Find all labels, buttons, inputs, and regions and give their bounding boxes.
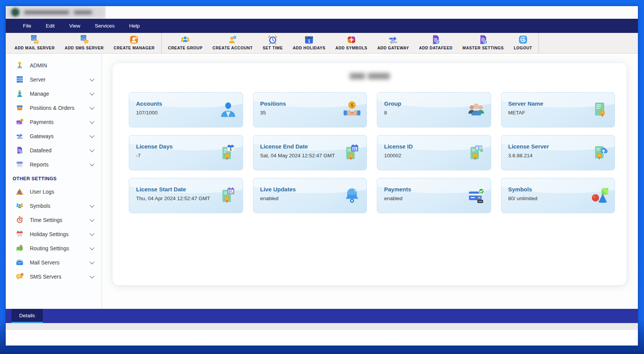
toolbar-button-label: MASTER SETTINGS <box>462 46 504 50</box>
toolbar-button-label: ADD DATAFEED <box>419 46 453 50</box>
toolbar-button-add-symbols[interactable]: ADD SYMBOLS <box>331 33 373 53</box>
toolbar-button-create-group[interactable]: CREATE GROUP <box>163 33 208 53</box>
toolbar-divider <box>539 33 539 53</box>
chevron-down-icon <box>90 245 95 250</box>
master-settings-icon <box>478 34 488 45</box>
window-title-bar <box>6 6 638 19</box>
toolbar-button-set-time[interactable]: SET TIME <box>258 33 288 53</box>
toolbar-button-add-datafeed[interactable]: ADD DATAFEED <box>414 33 457 53</box>
chevron-down-icon <box>90 147 95 152</box>
sms-server-icon <box>79 34 89 45</box>
menu-item-services[interactable]: Services <box>88 19 122 33</box>
toolbar-button-logout[interactable]: LOGOUT <box>509 33 537 53</box>
toolbar-button-label: ADD HOLIDAYS <box>293 46 326 50</box>
card-license-id: License ID100002 <box>377 135 491 170</box>
sidebar-item-payments[interactable]: $Payments <box>6 115 102 129</box>
sidebar-section-header: OTHER SETTINGS <box>6 171 102 184</box>
sidebar-item-label: Symbols <box>30 203 90 209</box>
set-time-icon <box>268 34 278 45</box>
account-user-icon <box>219 101 237 119</box>
add-holidays-icon: 1 <box>304 34 314 45</box>
mail-servers-icon <box>16 258 24 266</box>
chevron-down-icon <box>90 105 95 110</box>
cards-grid: Accounts107/1000Positions35$Group8Server… <box>113 81 626 213</box>
svg-text:$: $ <box>351 103 354 108</box>
menu-item-file[interactable]: File <box>16 19 39 33</box>
menu-item-help[interactable]: Help <box>122 19 147 33</box>
certificate-upload-icon <box>591 144 609 162</box>
credit-card-check-icon <box>467 186 485 205</box>
main-area: Accounts107/1000Positions35$Group8Server… <box>102 54 638 309</box>
toolbar-button-label: CREATE GROUP <box>168 46 203 50</box>
gateways-icon: $ <box>16 132 24 140</box>
chevron-down-icon <box>90 133 95 138</box>
content-row: ADMINServerManagePositions & Orders$Paym… <box>6 54 638 309</box>
tab-details[interactable]: Details <box>11 309 43 323</box>
sidebar-item-routing-settings[interactable]: Routing Settings <box>6 241 102 255</box>
dashboard-panel: Accounts107/1000Positions35$Group8Server… <box>113 63 626 285</box>
create-manager-icon <box>129 34 139 45</box>
certificate-calendar-check-icon <box>219 186 237 205</box>
sidebar-item-mail-servers[interactable]: Mail Servers <box>6 255 102 269</box>
sidebar-item-label: Positions & Orders <box>30 105 90 111</box>
sidebar-item-manage[interactable]: Manage <box>6 86 102 101</box>
toolbar-button-add-mail-server[interactable]: ADD MAIL SERVER <box>10 33 60 53</box>
routing-settings-icon <box>16 244 24 252</box>
sidebar-item-sms-servers[interactable]: 9SMS Servers <box>6 269 102 284</box>
sidebar-item-label: SMS Servers <box>30 274 90 280</box>
sidebar-item-label: Holiday Settings <box>30 231 90 237</box>
sidebar-item-admin[interactable]: ADMIN <box>6 58 102 72</box>
sidebar-item-label: Time Settings <box>30 217 90 223</box>
redacted-page-title <box>113 72 626 81</box>
app-logo-icon <box>11 8 19 16</box>
user-logs-icon: $ <box>16 188 24 196</box>
card-license-days: License Days-71 <box>129 135 243 170</box>
sidebar-item-user-logs[interactable]: $User Logs <box>6 184 102 199</box>
menu-item-view[interactable]: View <box>62 19 88 33</box>
sidebar-item-time-settings[interactable]: Time Settings <box>6 213 102 227</box>
sidebar-item-datafeed[interactable]: Datafeed <box>6 143 102 157</box>
svg-text:1: 1 <box>308 39 310 43</box>
sidebar-item-label: Routing Settings <box>30 245 90 251</box>
manage-icon <box>16 90 24 98</box>
redacted-window-title <box>6 6 106 19</box>
sidebar-item-server[interactable]: Server <box>6 72 102 86</box>
chevron-down-icon <box>90 231 95 236</box>
sidebar-item-gateways[interactable]: $Gateways <box>6 129 102 143</box>
card-accounts: Accounts107/1000 <box>129 92 243 127</box>
datafeed-icon <box>16 146 24 154</box>
bell-icon <box>343 186 361 205</box>
toolbar-button-master-settings[interactable]: MASTER SETTINGS <box>457 33 509 53</box>
sms-servers-icon: 9 <box>16 272 24 281</box>
redacted-text <box>24 11 69 14</box>
sidebar-item-positions-orders[interactable]: Positions & Orders <box>6 101 102 115</box>
toolbar-button-add-sms-server[interactable]: ADD SMS SERVER <box>60 33 109 53</box>
admin-icon <box>16 61 24 69</box>
toolbar-button-label: SET TIME <box>263 46 283 50</box>
toolbar-divider <box>161 33 162 53</box>
bottom-white-strip <box>6 330 638 346</box>
add-gateway-icon: $ <box>388 34 398 45</box>
bottom-tab-bar: Details <box>6 309 638 323</box>
card-license-server: License Server3.6.88.214 <box>501 135 615 170</box>
sidebar-item-symbols[interactable]: Symbols <box>6 199 102 213</box>
certificate-icon <box>591 101 609 119</box>
toolbar-button-add-holidays[interactable]: 1ADD HOLIDAYS <box>288 33 331 53</box>
toolbar-button-create-account[interactable]: CREATE ACCOUNT <box>208 33 258 53</box>
chevron-down-icon <box>90 91 95 96</box>
certificate-calendar-grid-icon <box>343 144 361 162</box>
svg-text:$: $ <box>19 135 20 137</box>
toolbar-button-label: LOGOUT <box>514 46 532 50</box>
reports-icon <box>16 160 24 168</box>
menu-item-edit[interactable]: Edit <box>39 19 62 33</box>
toolbar-button-create-manager[interactable]: CREATE MANAGER <box>109 33 159 53</box>
sidebar-item-label: User Logs <box>30 189 93 195</box>
sidebar-item-holiday-settings[interactable]: Holiday Settings <box>6 227 102 241</box>
sidebar-item-label: Gateways <box>30 133 90 139</box>
chevron-down-icon <box>90 162 95 166</box>
toolbar-button-add-gateway[interactable]: $ADD GATEWAY <box>372 33 414 53</box>
add-datafeed-icon <box>431 34 441 45</box>
sidebar-item-reports[interactable]: Reports <box>6 157 102 171</box>
sidebar-item-label: Manage <box>30 91 90 97</box>
card-symbols: Symbols80/ unlimited <box>501 178 615 213</box>
